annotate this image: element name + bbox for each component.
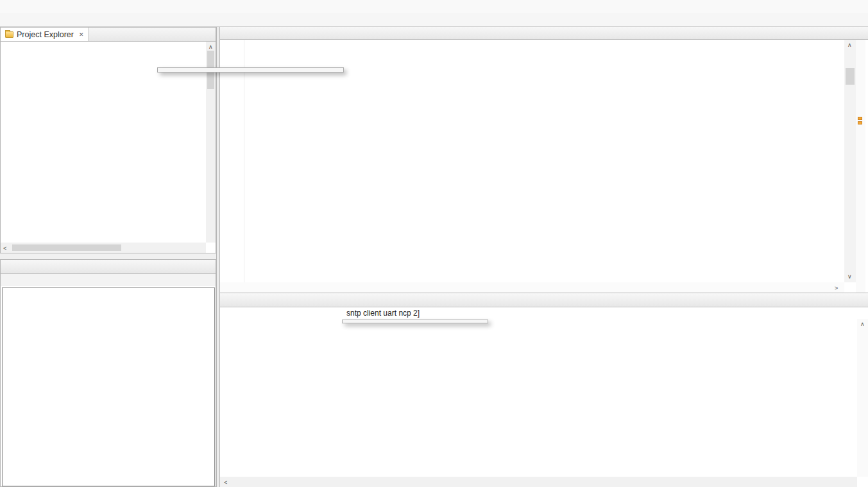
console-description-row: sntp client uart ncp 2] <box>220 307 868 319</box>
adapters-content <box>2 287 215 486</box>
editor-vscrollbar[interactable]: ∧ ∨ <box>844 40 856 282</box>
close-icon[interactable]: ✕ <box>79 31 84 38</box>
project-explorer-panel: Project Explorer ✕ ∧ < <box>0 27 216 253</box>
ide-window: Project Explorer ✕ ∧ < ∧ ∨ <box>0 0 868 487</box>
project-explorer-toolbar <box>213 28 216 41</box>
scrollbar-thumb[interactable] <box>12 244 121 251</box>
code-editor[interactable]: ∧ ∨ > <box>220 40 868 293</box>
project-explorer-title: Project Explorer <box>17 30 74 39</box>
adapters-toolbar <box>1 274 216 286</box>
main-toolbar <box>0 13 868 27</box>
console-description: sntp client uart ncp 2] <box>346 309 420 318</box>
scroll-left-icon[interactable]: < <box>224 479 227 486</box>
console-panel: sntp client uart ncp 2] ∧ < <box>220 293 868 487</box>
editor-hscrollbar[interactable]: > <box>220 282 844 293</box>
console-tabbar <box>220 293 868 307</box>
scroll-up-icon[interactable]: ∧ <box>860 321 865 327</box>
adapters-tabbar <box>1 260 216 274</box>
editor-tabbar <box>220 27 868 40</box>
console-vscrollbar[interactable]: ∧ <box>857 319 868 477</box>
scroll-down-icon[interactable]: ∨ <box>847 273 852 280</box>
tree-hscrollbar[interactable]: < <box>1 243 206 253</box>
menu-bar <box>0 0 868 13</box>
warning-marker-icon[interactable] <box>858 121 862 124</box>
context-menu <box>157 67 344 73</box>
console-output[interactable] <box>220 319 857 477</box>
scrollbar-thumb[interactable] <box>846 68 855 85</box>
folder-icon <box>5 31 13 38</box>
line-number-gutter <box>220 40 244 282</box>
debug-as-submenu <box>342 320 488 323</box>
horizontal-sash[interactable] <box>0 253 216 259</box>
scroll-right-icon[interactable]: > <box>835 285 838 291</box>
warning-marker-icon[interactable] <box>858 117 862 120</box>
scroll-left-icon[interactable]: < <box>3 245 6 252</box>
scroll-up-icon[interactable]: ∧ <box>208 44 213 50</box>
adapters-panel <box>0 259 216 487</box>
project-explorer-tabbar: Project Explorer ✕ <box>1 28 216 42</box>
project-explorer-tab[interactable]: Project Explorer ✕ <box>1 28 89 41</box>
console-hscrollbar[interactable]: < <box>220 477 857 487</box>
overview-ruler[interactable] <box>856 40 865 293</box>
scroll-up-icon[interactable]: ∧ <box>847 42 852 48</box>
